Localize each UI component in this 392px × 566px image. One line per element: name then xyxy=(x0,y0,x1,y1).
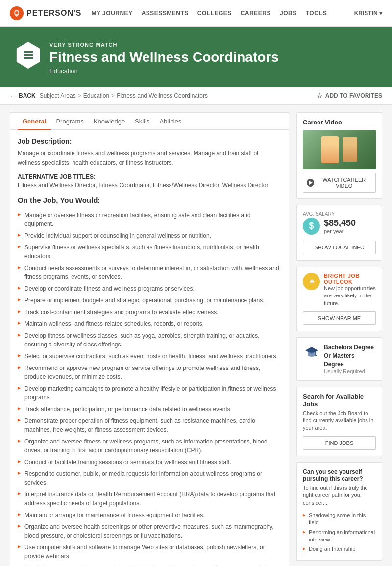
list-item: Track attendance, participation, or perf… xyxy=(18,403,281,415)
play-triangle xyxy=(309,181,313,185)
career-path-list: Shadowing some in this field Performing … xyxy=(303,511,376,554)
degree-sub: Usually Required xyxy=(324,369,376,374)
jobs-title: Search for Available Jobs xyxy=(303,393,376,408)
logo-text: PETERSON'S xyxy=(26,9,82,18)
svg-point-0 xyxy=(15,11,18,14)
list-item: Maintain or arrange for maintenance of f… xyxy=(18,509,281,521)
find-jobs-button[interactable]: FIND JOBS xyxy=(303,436,376,450)
list-item: Shadowing some in this field xyxy=(303,511,376,528)
user-menu[interactable]: KRISTIN ▾ xyxy=(354,10,382,17)
nav-jobs[interactable]: JOBS xyxy=(280,10,297,17)
breadcrumb-current: Fitness and Wellness Coordinators xyxy=(117,92,208,99)
list-item: Select or supervise contractors, such as… xyxy=(18,350,281,362)
main-content: General Programs Knowledge Skills Abilit… xyxy=(0,105,392,566)
list-item: Provide individual support or counseling… xyxy=(18,230,281,242)
breadcrumb-bar: ← BACK Subject Areas > Education > Fitne… xyxy=(0,87,392,105)
list-item: Recommend or approve new program or serv… xyxy=(18,362,281,383)
nav-links: MY JOURNEY ASSESSMENTS COLLEGES CAREERS … xyxy=(92,10,354,17)
dollar-icon: $ xyxy=(309,221,314,231)
list-item: Use computer skills and software to mana… xyxy=(18,541,281,562)
list-item: Doing an Internship xyxy=(303,544,376,554)
degree-card: Bachelors Degree Or Masters Degree Usual… xyxy=(296,337,382,380)
jobs-card: Search for Available Jobs Check out the … xyxy=(296,387,382,456)
career-video-title: Career Video xyxy=(303,119,376,126)
logo[interactable]: PETERSON'S xyxy=(10,6,82,20)
avg-salary-label: AVG. SALARY xyxy=(303,211,376,217)
nav-careers[interactable]: CAREERS xyxy=(241,10,271,17)
navigation: PETERSON'S MY JOURNEY ASSESSMENTS COLLEG… xyxy=(0,0,392,27)
list-item: Respond to customer, public, or media re… xyxy=(18,468,281,489)
tab-programs[interactable]: Programs xyxy=(51,113,88,130)
add-to-favorites-button[interactable]: ☆ ADD TO FAVORITES xyxy=(317,92,382,99)
career-path-card: Can you see yourself pursuing this caree… xyxy=(296,462,382,561)
show-local-info-button[interactable]: SHOW LOCAL INFO xyxy=(303,241,376,254)
alt-titles-text: Fitness and Wellness Director, Fitness C… xyxy=(18,182,281,189)
add-favorites-label: ADD TO FAVORITES xyxy=(325,92,382,99)
content-body: Job Description: Manage or coordinate fi… xyxy=(10,130,289,566)
watch-label: WATCH CAREER VIDEO xyxy=(317,177,372,189)
jobs-text: Check out the Job Board to find currentl… xyxy=(303,410,376,432)
breadcrumb-education[interactable]: Education xyxy=(83,92,109,99)
career-path-text: To find out if this is truly the right c… xyxy=(303,484,376,507)
job-description-label: Job Description: xyxy=(18,137,281,145)
back-label: BACK xyxy=(19,92,36,99)
outlook-card: ☀ BRIGHT JOB OUTLOOK New job opportuniti… xyxy=(296,267,382,331)
tab-general[interactable]: General xyxy=(18,113,51,130)
list-item: Supervise fitness or wellness specialist… xyxy=(18,242,281,262)
outlook-icon: ☀ xyxy=(303,273,320,290)
list-item: Develop fitness or wellness classes, suc… xyxy=(18,330,281,350)
list-item: Organize and oversee fitness or wellness… xyxy=(18,436,281,456)
career-title: Fitness and Wellness Coordinators xyxy=(49,49,377,65)
video-thumbnail xyxy=(303,130,376,169)
salary-amount: $85,450 xyxy=(324,218,356,228)
list-item: Develop or coordinate fitness and wellne… xyxy=(18,283,281,295)
salary-per: per year xyxy=(324,228,356,234)
degree-icon xyxy=(303,344,320,361)
breadcrumb-sep3: > xyxy=(111,92,115,99)
breadcrumb-sep2: > xyxy=(78,92,81,99)
degree-title: Bachelors Degree Or Masters Degree xyxy=(324,344,376,368)
content-panel: General Programs Knowledge Skills Abilit… xyxy=(10,112,289,566)
nav-tools[interactable]: TOOLS xyxy=(306,10,327,17)
play-icon xyxy=(307,179,314,187)
nav-colleges[interactable]: COLLEGES xyxy=(197,10,232,17)
list-item: Conduct needs assessments or surveys to … xyxy=(18,262,281,283)
nav-my-journey[interactable]: MY JOURNEY xyxy=(92,10,133,17)
hero-section: VERY STRONG MATCH Fitness and Wellness C… xyxy=(0,27,392,87)
career-badge xyxy=(15,42,42,69)
list-item: Teach fitness classes to improve strengt… xyxy=(18,562,281,566)
career-video-card: Career Video WATCH CAREER VIDEO xyxy=(296,112,382,199)
list-item: Maintain wellness- and fitness-related s… xyxy=(18,318,281,330)
logo-icon xyxy=(10,6,24,20)
outlook-label: BRIGHT JOB OUTLOOK xyxy=(324,273,376,285)
tabs: General Programs Knowledge Skills Abilit… xyxy=(10,113,289,130)
watch-career-video-button[interactable]: WATCH CAREER VIDEO xyxy=(303,173,376,193)
tab-abilities[interactable]: Abilities xyxy=(154,113,186,130)
list-item: Interpret insurance data or Health Reimb… xyxy=(18,489,281,509)
job-bullets: Manage or oversee fitness or recreation … xyxy=(18,209,281,566)
back-arrow: ← xyxy=(10,92,17,99)
tab-skills[interactable]: Skills xyxy=(130,113,154,130)
list-item: Demonstrate proper operation of fitness … xyxy=(18,415,281,436)
list-item: Performing an informational interview xyxy=(303,528,376,545)
svg-text:☀: ☀ xyxy=(309,278,314,285)
show-near-me-button[interactable]: SHOW NEAR ME xyxy=(303,311,376,325)
tab-knowledge[interactable]: Knowledge xyxy=(89,113,130,130)
salary-icon: $ xyxy=(303,218,320,235)
list-item: Conduct or facilitate training sessions … xyxy=(18,456,281,468)
list-item: Manage or oversee fitness or recreation … xyxy=(18,209,281,230)
outlook-text: New job opportunities are very likely in… xyxy=(324,285,376,307)
breadcrumb: ← BACK Subject Areas > Education > Fitne… xyxy=(10,92,208,99)
career-path-title: Can you see yourself pursuing this caree… xyxy=(303,468,376,482)
list-item: Prepare or implement budgets and strateg… xyxy=(18,295,281,306)
back-button[interactable]: ← BACK xyxy=(10,92,36,99)
match-label: VERY STRONG MATCH xyxy=(49,42,377,48)
alt-titles-label: ALTERNATIVE JOB TITLES: xyxy=(18,173,281,180)
star-icon: ☆ xyxy=(317,92,323,99)
breadcrumb-subject-areas[interactable]: Subject Areas xyxy=(40,92,76,99)
list-item: Develop marketing campaigns to promote a… xyxy=(18,383,281,403)
list-item: Organize and oversee health screenings o… xyxy=(18,521,281,541)
career-subtitle: Education xyxy=(49,67,377,74)
nav-assessments[interactable]: ASSESSMENTS xyxy=(142,10,189,17)
job-description-text: Manage or coordinate fitness and wellnes… xyxy=(18,149,281,168)
